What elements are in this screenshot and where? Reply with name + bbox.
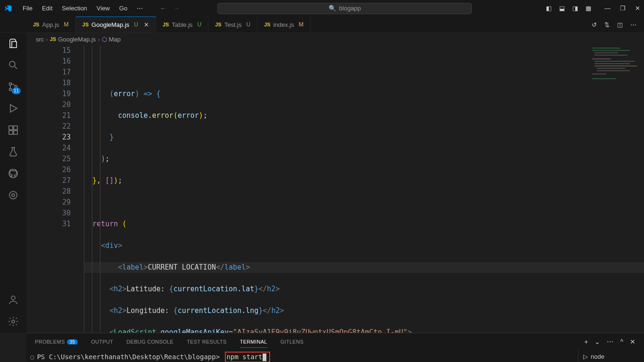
svg-rect-24	[592, 78, 616, 79]
js-file-icon: JS	[163, 22, 169, 27]
more-actions-icon[interactable]: ⋯	[630, 21, 636, 28]
minimap[interactable]	[587, 45, 644, 333]
svg-rect-21	[597, 68, 625, 69]
run-debug-icon[interactable]	[8, 103, 19, 114]
account-icon[interactable]	[8, 294, 19, 305]
search-icon: 🔍	[329, 5, 336, 12]
terminal-view[interactable]: ○PS C:\Users\keerthanath\Desktop\React\b…	[26, 350, 578, 362]
settings-gear-icon[interactable]	[8, 316, 19, 327]
scm-badge: 11	[12, 88, 21, 94]
nav-forward-icon[interactable]: →	[173, 5, 180, 12]
editor-area: src › JS GoogleMap.js › ⬡ Map 15 16 17 1…	[26, 33, 644, 333]
menu-view[interactable]: View	[93, 3, 114, 14]
split-editor-icon[interactable]: ◫	[617, 21, 623, 28]
svg-rect-19	[594, 63, 630, 64]
layout-secondary-icon[interactable]: ◨	[572, 5, 578, 12]
terminal-command-highlight: npm start	[225, 352, 271, 362]
vscode-logo-icon	[4, 4, 12, 13]
svg-rect-5	[9, 131, 13, 134]
explorer-icon[interactable]	[8, 38, 19, 49]
panel-tab-output[interactable]: OUTPUT	[91, 339, 113, 345]
menu-overflow[interactable]: ⋯	[133, 3, 147, 14]
svg-rect-13	[592, 48, 620, 49]
titlebar: File Edit Selection View Go ⋯ ← → 🔍 blog…	[0, 0, 644, 16]
tab-test-js[interactable]: JS Test.js U	[208, 16, 257, 33]
svg-rect-23	[592, 74, 606, 74]
terminal-icon: ▷	[583, 353, 588, 360]
terminal-prompt: PS C:\Users\keerthanath\Desktop\React\bl…	[37, 353, 220, 361]
problems-badge: 35	[67, 339, 78, 345]
gitlens-activity-icon[interactable]	[8, 189, 19, 201]
svg-rect-18	[594, 61, 635, 62]
compare-icon[interactable]: ⇅	[604, 21, 610, 28]
close-panel-icon[interactable]: ✕	[630, 338, 636, 346]
svg-point-1	[9, 83, 12, 85]
svg-rect-17	[592, 58, 611, 59]
panel-tab-gitlens[interactable]: GITLENS	[281, 339, 304, 345]
svg-point-11	[11, 296, 15, 300]
tab-app-js[interactable]: JS App.js M	[26, 16, 76, 33]
testing-icon[interactable]	[8, 146, 19, 157]
new-terminal-icon[interactable]: +	[584, 338, 588, 346]
window-minimize-icon[interactable]: —	[604, 5, 611, 12]
panel-tab-terminal[interactable]: TERMINAL	[240, 339, 267, 348]
tab-label: Test.js	[224, 21, 242, 28]
panel-tab-problems[interactable]: PROBLEMS35	[35, 339, 78, 345]
github-icon[interactable]	[8, 168, 19, 179]
tab-index-js[interactable]: JS index.js M	[257, 16, 311, 33]
tab-label: App.js	[42, 21, 59, 28]
svg-rect-7	[14, 126, 17, 130]
menu-edit[interactable]: Edit	[38, 3, 56, 14]
terminal-item-node[interactable]: ▷node	[581, 352, 641, 362]
panel-tab-debug[interactable]: DEBUG CONSOLE	[126, 339, 173, 345]
command-center[interactable]: 🔍 blogapp	[217, 3, 472, 14]
close-icon[interactable]: ✕	[144, 21, 149, 28]
code-content[interactable]: (error) => { console.error(error); } ); …	[84, 45, 644, 333]
menu-go[interactable]: Go	[116, 3, 131, 14]
nav-back-icon[interactable]: ←	[160, 5, 166, 12]
js-file-icon: JS	[264, 22, 270, 27]
terminal-cursor	[263, 354, 266, 361]
source-control-icon[interactable]: 11	[8, 81, 19, 92]
svg-point-10	[12, 194, 15, 197]
timeline-icon[interactable]: ↺	[592, 21, 597, 28]
more-icon[interactable]: ⋯	[607, 338, 613, 346]
symbol-icon: ⬡	[102, 36, 107, 43]
tab-table-js[interactable]: JS Table.js U	[156, 16, 208, 33]
window-maximize-icon[interactable]: ❐	[620, 5, 626, 12]
line-gutter: 15 16 17 18 19 20 21 22 23 24 25 26 27 2…	[26, 45, 84, 333]
layout-customize-icon[interactable]: ▦	[586, 5, 591, 12]
extensions-icon[interactable]	[8, 124, 19, 136]
window-close-icon[interactable]: ✕	[635, 5, 640, 12]
svg-rect-20	[594, 66, 637, 66]
maximize-panel-icon[interactable]: ^	[620, 338, 623, 346]
svg-rect-14	[592, 50, 630, 51]
layout-primary-icon[interactable]: ◧	[546, 5, 552, 12]
tab-googlemap-js[interactable]: JS GoogleMap.js U ✕	[76, 16, 156, 33]
tab-modifier: U	[134, 21, 138, 28]
breadcrumb[interactable]: src › JS GoogleMap.js › ⬡ Map	[26, 33, 644, 45]
breadcrumb-symbol: Map	[109, 36, 121, 43]
menu-selection[interactable]: Selection	[58, 3, 91, 14]
search-activity-icon[interactable]	[8, 59, 19, 71]
code-editor[interactable]: 15 16 17 18 19 20 21 22 23 24 25 26 27 2…	[26, 45, 644, 333]
breadcrumb-file: GoogleMap.js	[58, 36, 96, 43]
shell-indicator-icon: ○	[30, 353, 34, 361]
activity-bar: 11	[0, 33, 26, 333]
tab-label: Table.js	[172, 21, 192, 28]
panel-tabs: PROBLEMS35 OUTPUT DEBUG CONSOLE TEST RES…	[26, 333, 644, 350]
layout-panel-icon[interactable]: ⬓	[559, 5, 565, 12]
panel-tab-tests[interactable]: TEST RESULTS	[187, 339, 227, 345]
svg-point-9	[9, 191, 17, 199]
js-file-icon: JS	[215, 22, 221, 27]
chevron-right-icon: ›	[98, 36, 99, 43]
menu-file[interactable]: File	[19, 3, 36, 14]
svg-rect-6	[14, 131, 17, 134]
tab-modifier: U	[247, 21, 251, 28]
chevron-right-icon: ›	[46, 36, 48, 43]
terminal-dropdown-icon[interactable]: ⌄	[594, 338, 600, 346]
tab-modifier: U	[198, 21, 202, 28]
svg-rect-22	[597, 70, 630, 71]
js-file-icon: JS	[83, 22, 89, 27]
panel: PROBLEMS35 OUTPUT DEBUG CONSOLE TEST RES…	[26, 333, 644, 362]
